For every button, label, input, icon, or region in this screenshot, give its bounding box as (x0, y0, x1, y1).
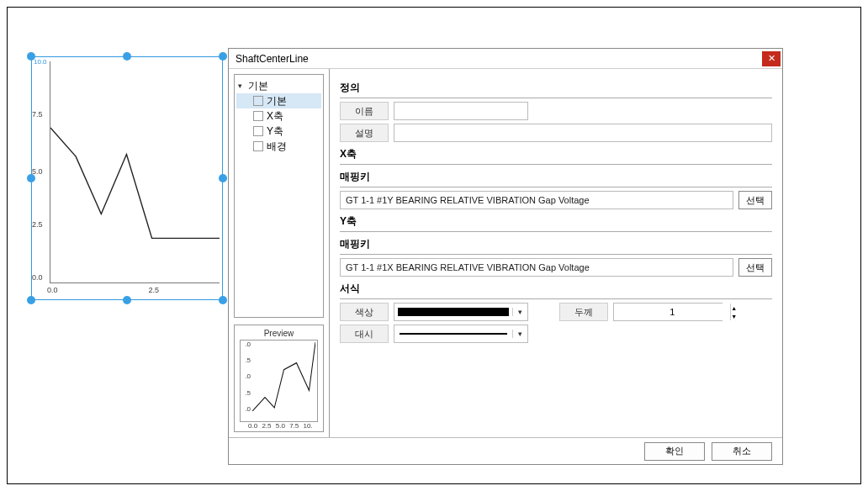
y-mapping-field[interactable]: GT 1-1 #1X BEARING RELATIVE VIBRATION Ga… (340, 258, 733, 277)
checkbox[interactable] (253, 111, 263, 121)
tree-item-basic[interactable]: 기본 (236, 93, 321, 108)
y-top-tick: 10.0 (34, 58, 47, 66)
resize-handle-bl[interactable] (27, 296, 35, 304)
chart-plot-area: 10.0 7.5 5.0 2.5 0.0 0.0 2.5 (50, 61, 220, 283)
tree-item-yaxis[interactable]: Y축 (236, 124, 321, 139)
preview-ytick: .0 (245, 341, 251, 348)
preview-panel: Preview .0 .5 .0 .5 .0 0.0 2.5 5.0 7.5 1… (234, 325, 324, 432)
label-name: 이름 (340, 102, 389, 120)
dialog-footer: 확인 취소 (229, 437, 782, 464)
tree-item-label: 배경 (267, 140, 287, 154)
preview-xtick: 5.0 (276, 422, 285, 430)
section-xaxis: X축 (340, 147, 772, 165)
chevron-down-icon: ▾ (512, 330, 527, 338)
name-input[interactable] (394, 102, 528, 120)
x-tick: 2.5 (149, 286, 160, 294)
shaft-centerline-dialog: ShaftCenterLine ✕ ▾ 기본 기본 (228, 48, 783, 465)
resize-handle-mt[interactable] (123, 52, 131, 61)
cancel-button[interactable]: 취소 (712, 442, 772, 461)
color-swatch (398, 308, 509, 316)
section-y-mapping: 매핑키 (340, 237, 772, 255)
preview-ytick: .5 (245, 389, 251, 397)
x-select-button[interactable]: 선택 (738, 191, 772, 209)
preview-xtick: 2.5 (262, 422, 271, 430)
dialog-right-panel: 정의 이름 설명 X축 매핑키 GT 1-1 #1Y BEARING RELAT… (330, 69, 782, 437)
resize-handle-mb[interactable] (123, 296, 131, 304)
label-thickness: 두께 (559, 303, 608, 321)
checkbox[interactable] (253, 126, 263, 136)
x-tick: 0.0 (47, 286, 58, 294)
spin-up-icon[interactable]: ▲ (731, 304, 737, 312)
collapse-icon[interactable]: ▾ (238, 82, 245, 90)
thickness-input[interactable] (614, 304, 730, 320)
description-input[interactable] (394, 124, 772, 142)
preview-ytick: .0 (245, 372, 251, 380)
tree-item-label: X축 (267, 109, 283, 124)
tree-root[interactable]: ▾ 기본 (236, 78, 321, 93)
dash-picker[interactable]: ▾ (394, 325, 528, 343)
section-format: 서식 (340, 282, 772, 299)
section-x-mapping: 매핑키 (340, 170, 772, 187)
resize-handle-mr[interactable] (219, 174, 227, 182)
y-tick: 5.0 (32, 167, 43, 176)
chevron-down-icon: ▾ (512, 308, 527, 316)
checkbox[interactable] (253, 141, 263, 151)
label-dash: 대시 (340, 325, 389, 343)
preview-ytick: .5 (245, 356, 251, 364)
tree-item-xaxis[interactable]: X축 (236, 108, 321, 124)
preview-xtick: 0.0 (248, 422, 257, 430)
section-yaxis: Y축 (340, 214, 772, 232)
tree-root-label: 기본 (248, 79, 268, 93)
y-select-button[interactable]: 선택 (738, 258, 772, 277)
canvas-frame: 10.0 7.5 5.0 2.5 0.0 0.0 2.5 ShaftCenter… (7, 7, 861, 484)
preview-xtick: 10. (304, 422, 313, 430)
preview-label: Preview (236, 327, 321, 340)
thickness-stepper[interactable]: ▲ ▼ (613, 303, 722, 321)
shaft-chart-widget[interactable]: 10.0 7.5 5.0 2.5 0.0 0.0 2.5 (31, 56, 223, 300)
dialog-titlebar[interactable]: ShaftCenterLine ✕ (229, 49, 782, 69)
ok-button[interactable]: 확인 (644, 442, 705, 461)
preview-ytick: .0 (245, 405, 251, 413)
property-tree[interactable]: ▾ 기본 기본 X축 Y축 (234, 74, 324, 318)
color-picker[interactable]: ▾ (394, 303, 528, 321)
y-tick: 0.0 (32, 273, 43, 282)
label-description: 설명 (340, 124, 389, 142)
resize-handle-tr[interactable] (219, 52, 227, 61)
section-definition: 정의 (340, 81, 772, 98)
preview-plot: .0 .5 .0 .5 .0 0.0 2.5 5.0 7.5 10. (240, 340, 318, 422)
dialog-left-panel: ▾ 기본 기본 X축 Y축 (229, 69, 330, 437)
close-icon: ✕ (768, 53, 775, 64)
spin-down-icon[interactable]: ▼ (731, 312, 737, 320)
y-tick: 2.5 (32, 220, 43, 229)
x-mapping-field[interactable]: GT 1-1 #1Y BEARING RELATIVE VIBRATION Ga… (340, 191, 733, 209)
label-color: 색상 (340, 303, 389, 321)
preview-xtick: 7.5 (289, 422, 299, 430)
dash-preview (400, 333, 507, 335)
y-tick: 7.5 (32, 110, 43, 119)
tree-item-background[interactable]: 배경 (236, 139, 321, 154)
checkbox[interactable] (253, 96, 263, 106)
dialog-title-text: ShaftCenterLine (236, 53, 309, 65)
close-button[interactable]: ✕ (762, 51, 781, 66)
tree-item-label: Y축 (267, 124, 283, 139)
tree-item-label: 기본 (267, 94, 287, 108)
resize-handle-br[interactable] (219, 296, 227, 304)
